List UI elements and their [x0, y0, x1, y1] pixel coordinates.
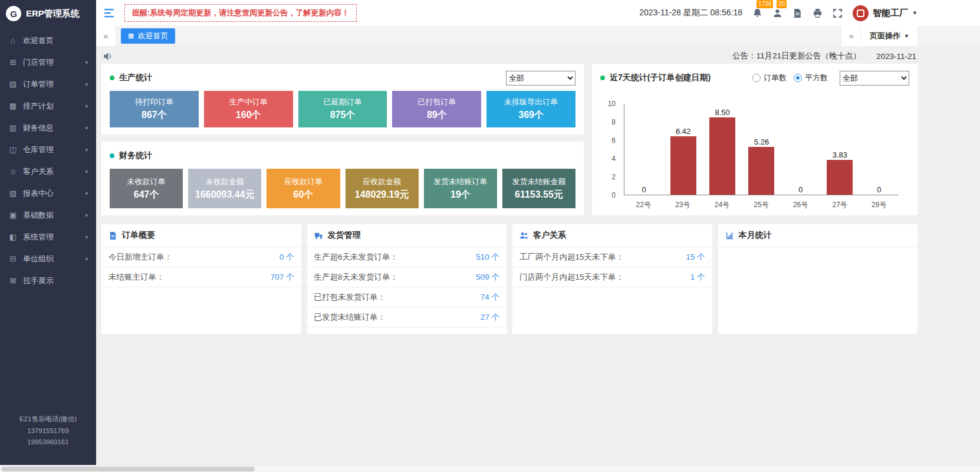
- sidebar-item-home[interactable]: ⌂欢迎首页: [0, 30, 96, 51]
- x-tick-label: 25号: [742, 196, 781, 208]
- bullet-icon: [600, 76, 605, 80]
- sidebar-item-handle-display[interactable]: ⊠拉手展示: [0, 270, 96, 291]
- finance-stat-card[interactable]: 未收款金额1660093.44元: [188, 169, 261, 208]
- summary-row-value[interactable]: 27 个: [481, 312, 499, 323]
- sidebar-item-reports[interactable]: ▧报表中心▾: [0, 182, 96, 204]
- people-icon: [519, 231, 528, 240]
- finance-stat-card[interactable]: 发货未结账订单19个: [424, 169, 497, 208]
- sidebar-item-label: 拉手展示: [23, 276, 54, 286]
- summary-row-value[interactable]: 1 个: [690, 272, 705, 283]
- sidebar-item-label: 基础数据: [23, 210, 54, 221]
- announcement-link[interactable]: 公告：11月21日更新公告（晚十点）: [732, 51, 861, 61]
- tab-label: 欢迎首页: [137, 31, 168, 41]
- stat-card-value: 875个: [330, 109, 356, 122]
- sidebar-item-finance[interactable]: ▥财务信息▾: [0, 117, 96, 139]
- summary-row-value[interactable]: 707 个: [271, 272, 294, 283]
- production-stat-card[interactable]: 已打包订单89个: [392, 91, 481, 127]
- production-stats-title: 生产统计: [119, 73, 152, 83]
- sidebar-item-organization[interactable]: ⊟单位组织▾: [0, 248, 96, 270]
- chart-radio-group: 订单数平方数: [752, 73, 828, 83]
- truck-icon: [314, 231, 323, 240]
- y-tick-label: 6: [611, 136, 616, 145]
- sidebar-item-label: 单位组织: [23, 254, 54, 264]
- page-operations-label: 页面操作: [870, 31, 900, 41]
- summary-row-value[interactable]: 74 个: [481, 292, 499, 303]
- warehouse-icon: ◫: [8, 145, 18, 154]
- tab-bar: « ▦ 欢迎首页 » 页面操作 ▼: [96, 26, 980, 46]
- summary-row-value[interactable]: 510 个: [476, 252, 499, 263]
- production-filter-select[interactable]: 全部: [506, 71, 575, 86]
- stat-card-label: 已打包订单: [417, 97, 456, 107]
- fullscreen-icon[interactable]: [833, 8, 843, 18]
- finance-stat-card[interactable]: 应收款订单60个: [267, 169, 340, 208]
- panel-header: 客户关系: [512, 224, 712, 247]
- sidebar-item-system[interactable]: ◧系统管理▾: [0, 226, 96, 248]
- bar: [827, 160, 853, 195]
- chart-x-labels: 22号23号24号25号26号27号28号: [624, 196, 899, 208]
- printer-icon[interactable]: [813, 8, 823, 18]
- summary-row: 今日新增主订单：0 个: [101, 247, 301, 267]
- summary-row: 未结账主订单：707 个: [101, 267, 301, 287]
- finance-stat-card[interactable]: 发货未结账金额61153.55元: [502, 169, 575, 208]
- tabs-scroll-left-button[interactable]: «: [96, 26, 116, 46]
- horizontal-scrollbar[interactable]: [0, 465, 980, 472]
- production-stat-card[interactable]: 生产中订单160个: [204, 91, 293, 127]
- home-icon: ⌂: [8, 36, 18, 45]
- chevron-down-icon: ▾: [85, 103, 88, 109]
- production-stat-card[interactable]: 已延期订单875个: [298, 91, 387, 127]
- sidebar-item-warehouse[interactable]: ◫仓库管理▾: [0, 139, 96, 160]
- summary-row-value[interactable]: 509 个: [476, 272, 499, 283]
- sidebar-item-schedule[interactable]: ▦排产计划▾: [0, 95, 96, 117]
- summary-row-label: 门店两个月内超15天未下单：: [519, 272, 624, 283]
- sidebar-item-label: 订单管理: [23, 79, 54, 90]
- user-messages-icon[interactable]: 20: [772, 8, 782, 18]
- user-menu[interactable]: 智能工厂 ▼: [853, 5, 917, 21]
- panel-chart: 本月统计: [718, 224, 918, 334]
- bar: [709, 117, 735, 195]
- chevron-down-icon: ▾: [85, 234, 88, 240]
- stat-card-label: 未排版导出订单: [504, 97, 558, 107]
- sidebar-item-orders[interactable]: ▤订单管理▾: [0, 73, 96, 95]
- chart-filter-select[interactable]: 全部: [840, 71, 909, 86]
- bar: [748, 147, 774, 195]
- sidebar-item-store[interactable]: ⊞门店管理▾: [0, 51, 96, 73]
- panel-people: 客户关系工厂两个月内超15天未下单：15 个门店两个月内超15天未下单：1 个: [512, 224, 712, 334]
- sidebar-item-base-data[interactable]: ▣基础数据▾: [0, 204, 96, 226]
- stat-card-label: 生产中订单: [229, 97, 268, 107]
- sidebar-item-customers[interactable]: ☺客户关系▾: [0, 160, 96, 182]
- production-stat-card[interactable]: 待打印订单867个: [110, 91, 199, 127]
- stat-card-value: 61153.55元: [515, 189, 563, 201]
- bar-group: 5.26: [742, 104, 781, 195]
- summary-row-value[interactable]: 0 个: [279, 252, 294, 263]
- summary-row-label: 已打包未发货订单：: [314, 292, 386, 303]
- radio-option[interactable]: 平方数: [794, 73, 828, 83]
- stat-card-value: 148029.19元: [355, 189, 409, 201]
- sidebar-item-label: 财务信息: [23, 123, 54, 133]
- datetime-display: 2023-11-28 星期二 08:56:18: [639, 8, 742, 18]
- finance-stat-card[interactable]: 应收款金额148029.19元: [346, 169, 419, 208]
- sidebar-item-label: 排产计划: [23, 101, 54, 112]
- summary-row-value[interactable]: 15 个: [686, 252, 705, 263]
- page-operations-button[interactable]: 页面操作 ▼: [861, 26, 917, 46]
- x-tick-label: 23号: [663, 196, 703, 208]
- production-stat-card[interactable]: 未排版导出订单369个: [486, 91, 575, 127]
- finance-stat-card[interactable]: 未收款订单647个: [110, 169, 183, 208]
- reports-icon: ▧: [8, 189, 18, 198]
- messages-badge: 20: [777, 0, 787, 8]
- tab-welcome-home[interactable]: ▦ 欢迎首页: [121, 28, 175, 44]
- radio-option[interactable]: 订单数: [752, 73, 787, 83]
- scrollbar-thumb[interactable]: [1, 467, 255, 471]
- stat-card-label: 未收款金额: [206, 176, 244, 187]
- chevron-down-icon: ▾: [85, 191, 88, 196]
- sidebar-toggle-icon[interactable]: [104, 8, 116, 18]
- summary-row: 生产超8天未发货订单：509 个: [307, 267, 507, 287]
- panel-header: 本月统计: [718, 224, 918, 247]
- tabs-scroll-right-button[interactable]: »: [841, 26, 861, 46]
- notifications-bell-icon[interactable]: 1726: [752, 8, 762, 18]
- stat-card-label: 应收款金额: [363, 176, 401, 187]
- document-icon[interactable]: [792, 8, 803, 18]
- stat-card-value: 60个: [294, 189, 314, 201]
- finance-cards: 未收款订单647个未收款金额1660093.44元应收款订单60个应收款金额14…: [110, 169, 575, 208]
- orders-icon: ▤: [8, 80, 18, 88]
- summary-row-label: 未结账主订单：: [108, 272, 165, 283]
